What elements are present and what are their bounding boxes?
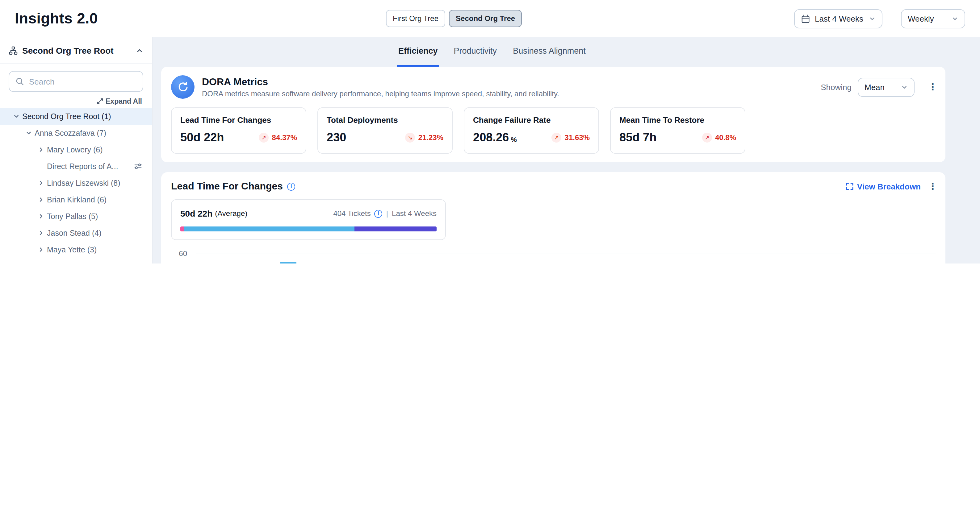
tree-item-label: Maya Yette (3) [47, 245, 97, 254]
tree-item-lindsay-liszewski-8[interactable]: Lindsay Liszewski (8) [0, 175, 152, 191]
metric-card-lead-time-for-changes: Lead Time For Changes50d 22h↗84.37% [171, 107, 306, 154]
chevron-right-icon[interactable] [36, 196, 46, 203]
date-range-select[interactable]: Last 4 Weeks [794, 9, 883, 28]
chevron-right-icon[interactable] [36, 146, 46, 153]
lead-time-title: Lead Time For Changes [171, 181, 283, 192]
expand-all-link[interactable]: Expand All [97, 97, 142, 105]
dora-metrics-icon [171, 75, 194, 99]
bar-slot [381, 254, 566, 264]
app-root: Insights 2.0 First Org TreeSecond Org Tr… [0, 0, 980, 264]
chevron-right-icon[interactable] [36, 246, 46, 253]
granularity-select[interactable]: Weekly [901, 9, 965, 28]
sliders-icon[interactable] [134, 162, 142, 170]
metric-card-total-deployments: Total Deployments230↘21.23% [317, 107, 453, 154]
summary-segment-planning [180, 227, 184, 232]
metric-title: Mean Time To Restore [619, 115, 736, 125]
tab-business-alignment[interactable]: Business Alignment [512, 37, 587, 67]
tree-item-mary-lowery-6[interactable]: Mary Lowery (6) [0, 141, 152, 158]
tree-item-jason-stead-4[interactable]: Jason Stead (4) [0, 225, 152, 241]
tree-item-label: Second Org Tree Root (1) [22, 112, 111, 121]
metric-value: 208.26 [473, 131, 509, 144]
tree-item-label: Jason Stead (4) [47, 229, 102, 237]
metric-delta-badge: ↘21.23% [406, 133, 443, 143]
chevron-right-icon[interactable] [36, 213, 46, 220]
chevron-down-icon[interactable] [11, 113, 21, 120]
chevron-down-icon[interactable] [24, 130, 33, 137]
tree-item-label: Lindsay Liszewski (8) [47, 179, 121, 187]
tab-productivity[interactable]: Productivity [453, 37, 498, 67]
metric-delta-badge: ↗84.37% [259, 133, 297, 143]
metric-card-change-failure-rate: Change Failure Rate208.26%↗31.63% [464, 107, 599, 154]
org-tree: Second Org Tree Root (1)Anna Scozzafava … [0, 108, 152, 258]
content-scroll: DORA Metrics DORA metrics measure softwa… [153, 67, 980, 264]
tree-item-anna-scozzafava-7[interactable]: Anna Scozzafava (7) [0, 125, 152, 141]
dora-title: DORA Metrics [202, 76, 559, 87]
summary-qualifier: (Average) [215, 208, 247, 219]
trend-up-icon: ↗ [259, 133, 269, 143]
bar-slot [566, 254, 751, 264]
metric-delta-value: 40.8% [715, 133, 736, 142]
tree-item-second-org-tree-root-1[interactable]: Second Org Tree Root (1) [0, 108, 152, 125]
breakdown-expand-icon [846, 183, 853, 190]
kebab-menu-icon[interactable]: ⋮ [928, 81, 935, 92]
metric-delta-value: 21.23% [418, 133, 443, 142]
dora-panel: DORA Metrics DORA metrics measure softwa… [161, 67, 945, 162]
tree-item-direct-reports-of-a[interactable]: Direct Reports of A... [0, 158, 152, 175]
app-title: Insights 2.0 [15, 10, 98, 27]
tree-item-brian-kirkland-6[interactable]: Brian Kirkland (6) [0, 191, 152, 208]
metric-cards: Lead Time For Changes50d 22h↗84.37%Total… [171, 107, 935, 154]
trend-down-icon: ↘ [406, 133, 415, 143]
bar-slot [196, 254, 381, 264]
main-area: EfficiencyProductivityBusiness Alignment… [153, 37, 980, 264]
aggregation-value: Mean [864, 83, 885, 92]
sidebar: Second Org Tree Root [0, 37, 153, 264]
org-tree-icon [9, 46, 18, 55]
summary-stacked-bar [180, 227, 437, 232]
view-breakdown-button[interactable]: View Breakdown [846, 182, 921, 191]
chevron-right-icon[interactable] [36, 179, 46, 186]
tree-item-label: Mary Lowery (6) [47, 145, 103, 154]
sidebar-header: Second Org Tree Root [0, 37, 152, 63]
search-icon [16, 77, 24, 86]
date-range-value: Last 4 Weeks [815, 14, 863, 23]
header-controls: Last 4 Weeks Weekly [794, 9, 965, 28]
tree-item-maya-yette-3[interactable]: Maya Yette (3) [0, 241, 152, 258]
chevron-down-icon [951, 15, 958, 22]
org-tree-toggle: First Org TreeSecond Org Tree [386, 10, 522, 27]
metric-card-mean-time-to-restore: Mean Time To Restore85d 7h↗40.8% [610, 107, 745, 154]
org-toggle-second-org-tree[interactable]: Second Org Tree [449, 10, 522, 27]
metric-value: 230 [327, 131, 346, 144]
tree-item-label: Brian Kirkland (6) [47, 195, 107, 204]
metric-delta-value: 31.63% [565, 133, 590, 142]
info-icon[interactable]: i [287, 183, 295, 190]
summary-period: Last 4 Weeks [392, 208, 437, 219]
summary-separator: | [386, 208, 388, 219]
tree-item-label: Tony Pallas (5) [47, 212, 98, 221]
search-input[interactable] [29, 77, 137, 86]
tree-item-label: Direct Reports of A... [47, 162, 118, 171]
chart-bar[interactable] [280, 262, 296, 264]
sidebar-root-label: Second Org Tree Root [22, 46, 132, 56]
chevron-up-icon[interactable] [136, 47, 143, 54]
tickets-info-icon[interactable]: i [374, 210, 383, 217]
y-axis-label: 60 [179, 249, 187, 258]
summary-segment-build [355, 227, 437, 232]
aggregation-select[interactable]: Mean [858, 78, 915, 97]
tree-item-tony-pallas-5[interactable]: Tony Pallas (5) [0, 208, 152, 225]
y-axis: 0102030405060 [171, 254, 192, 264]
bar-segment-review [280, 262, 296, 264]
summary-value: 50d 22h [180, 208, 212, 219]
showing-label: Showing [821, 83, 851, 92]
kebab-menu-icon[interactable]: ⋮ [928, 181, 935, 192]
org-toggle-first-org-tree[interactable]: First Org Tree [386, 10, 445, 27]
granularity-value: Weekly [908, 14, 934, 23]
dora-description: DORA metrics measure software delivery p… [202, 89, 559, 98]
metric-title: Total Deployments [327, 115, 443, 125]
metric-delta-value: 84.37% [272, 133, 297, 142]
expand-all-icon [97, 98, 103, 104]
tab-efficiency[interactable]: Efficiency [397, 37, 439, 67]
lead-time-summary-card: 50d 22h (Average) 404 Tickets i | Last 4… [171, 199, 446, 240]
calendar-icon [801, 14, 810, 23]
chevron-right-icon[interactable] [36, 230, 46, 237]
tab-bar: EfficiencyProductivityBusiness Alignment [153, 37, 980, 67]
